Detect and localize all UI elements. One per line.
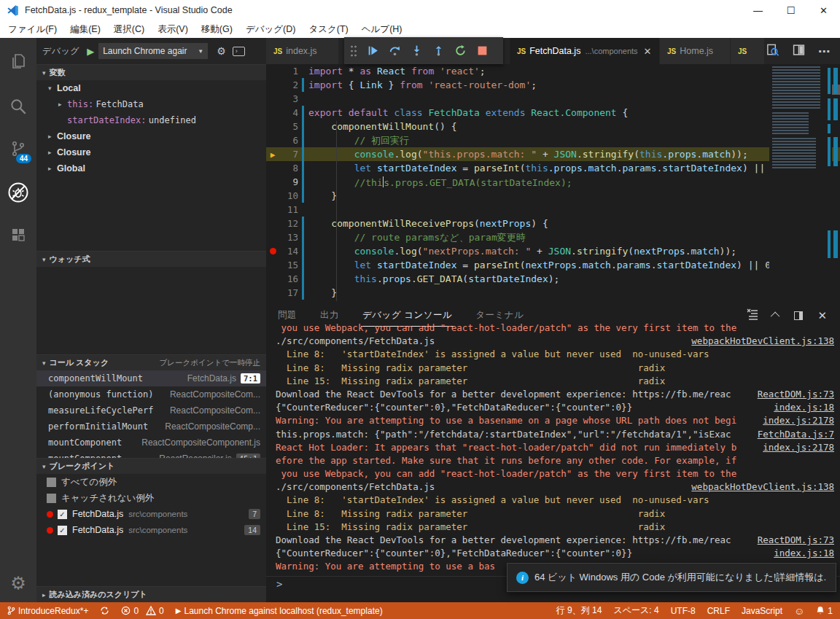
menu-タスク(T)[interactable]: タスク(T) bbox=[302, 21, 354, 38]
code-line-16[interactable]: 16 this.props.GET_DATA(startDateIndex); bbox=[266, 272, 840, 286]
tab-Home.js[interactable]: JSHome.js bbox=[660, 38, 730, 64]
code-line-17[interactable]: 17 } bbox=[266, 286, 840, 300]
scope-Closure[interactable]: ▸Closure bbox=[36, 128, 266, 144]
menu-ファイル(F)[interactable]: ファイル(F) bbox=[1, 21, 63, 38]
clear-console-icon[interactable] bbox=[747, 308, 758, 323]
launch-item[interactable]: ▶ Launch Chrome against localhost (redux… bbox=[176, 606, 383, 616]
scope-Closure[interactable]: ▸Closure bbox=[36, 144, 266, 160]
stack-frame-row[interactable]: mountComponentReactCompositeComponent.js bbox=[36, 435, 266, 451]
stack-frame-row[interactable]: measureLifeCyclePerfReactCompositeCom... bbox=[36, 402, 266, 418]
toolbar-drag-handle[interactable] bbox=[350, 44, 357, 58]
stop-icon[interactable] bbox=[471, 40, 493, 62]
checkbox[interactable] bbox=[47, 478, 56, 487]
step-into-icon[interactable] bbox=[405, 40, 427, 62]
menu-編集(E)[interactable]: 編集(E) bbox=[63, 21, 107, 38]
open-debug-console-icon[interactable]: › bbox=[233, 47, 245, 56]
minimap[interactable] bbox=[769, 64, 832, 303]
close-button[interactable]: ✕ bbox=[807, 0, 840, 20]
variables-section-header[interactable]: ▾ 変数 bbox=[36, 64, 266, 80]
source-link[interactable]: index.js:18 bbox=[774, 548, 840, 558]
source-link[interactable]: index.js:18 bbox=[774, 402, 840, 413]
menu-移動(G)[interactable]: 移動(G) bbox=[195, 21, 239, 38]
split-editor-icon[interactable] bbox=[793, 44, 805, 59]
tab-FetchData.js[interactable]: JSFetchData.js...\components✕ bbox=[510, 38, 659, 64]
indentation-item[interactable]: スペース: 4 bbox=[613, 604, 658, 617]
open-preview-icon[interactable] bbox=[766, 43, 779, 60]
source-link[interactable]: webpackHotDevClient.js:138 bbox=[691, 481, 840, 492]
continue-icon[interactable] bbox=[362, 40, 384, 62]
maximize-button[interactable]: ☐ bbox=[774, 0, 807, 20]
configure-gear-icon[interactable]: ⚙ bbox=[217, 45, 226, 57]
code-line-1[interactable]: 1import * as React from 'react'; bbox=[266, 64, 840, 78]
callstack-section-header[interactable]: ▾ コール スタック ブレークポイントで一時停止 bbox=[36, 354, 266, 370]
exception-breakpoint-row[interactable]: キャッチされない例外 bbox=[36, 490, 266, 506]
minimize-button[interactable]: — bbox=[742, 0, 774, 20]
code-line-10[interactable]: 10 } bbox=[266, 189, 840, 203]
source-link[interactable]: FetchData.js:7 bbox=[758, 429, 840, 440]
stack-frame-row[interactable]: performInitialMountReactCompositeComp... bbox=[36, 418, 266, 435]
watch-section-header[interactable]: ▾ ウォッチ式 bbox=[36, 251, 266, 267]
code-line-15[interactable]: 15 let startDateIndex = parseInt(nextPro… bbox=[266, 258, 840, 272]
close-panel-icon[interactable]: ✕ bbox=[817, 311, 827, 320]
code-line-2[interactable]: 2import { Link } from 'react-router-dom'… bbox=[266, 78, 840, 92]
stack-frame-row[interactable]: (anonymous function)ReactCompositeCom... bbox=[36, 386, 266, 402]
code-line-11[interactable]: 11 bbox=[266, 203, 840, 217]
feedback-smiley-icon[interactable]: ☺ bbox=[794, 605, 804, 617]
variable-row[interactable]: ▸this: FetchData bbox=[36, 96, 266, 112]
code-line-5[interactable]: 5 componentWillMount() { bbox=[266, 120, 840, 133]
code-line-9[interactable]: 9 //this.props.GET_DATA(startDateIndex); bbox=[266, 175, 840, 189]
source-link[interactable]: index.js:2178 bbox=[763, 415, 840, 426]
exception-breakpoint-row[interactable]: すべての例外 bbox=[36, 474, 266, 490]
code-line-8[interactable]: 8 let startDateIndex = parseInt(this.pro… bbox=[266, 161, 840, 175]
menu-ヘルプ(H)[interactable]: ヘルプ(H) bbox=[355, 21, 409, 38]
code-line-3[interactable]: 3 bbox=[266, 92, 840, 106]
step-out-icon[interactable] bbox=[427, 40, 449, 62]
more-actions-icon[interactable]: ⋯ bbox=[818, 44, 830, 58]
checkbox[interactable]: ✓ bbox=[58, 526, 67, 535]
breakpoint-row[interactable]: ✓FetchData.jssrc\components14 bbox=[36, 522, 266, 538]
code-line-13[interactable]: 13 // route paramsなど、param変更時 bbox=[266, 230, 840, 244]
variable-row[interactable]: startDateIndex: undefined bbox=[36, 112, 266, 128]
source-control-icon[interactable]: 44 bbox=[0, 133, 36, 165]
checkbox[interactable]: ✓ bbox=[58, 510, 67, 519]
code-line-7[interactable]: ▶7 console.log("this.props.match: " + JS… bbox=[266, 147, 840, 161]
stack-frame-row[interactable]: mountComponentReactReconciler.js45:1 bbox=[36, 451, 266, 458]
menu-デバッグ(D)[interactable]: デバッグ(D) bbox=[239, 21, 303, 38]
eol-item[interactable]: CRLF bbox=[707, 606, 730, 616]
code-line-12[interactable]: 12 componentWillReceiveProps(nextProps) … bbox=[266, 217, 840, 230]
explorer-icon[interactable] bbox=[0, 45, 36, 77]
tab-index.js[interactable]: JSindex.js bbox=[266, 38, 338, 64]
language-item[interactable]: JavaScript bbox=[742, 606, 782, 616]
encoding-item[interactable]: UTF-8 bbox=[671, 606, 696, 616]
stack-frame-row[interactable]: componentWillMountFetchData.js7:1 bbox=[36, 370, 266, 386]
breakpoint-row[interactable]: ✓FetchData.jssrc\components7 bbox=[36, 506, 266, 522]
settings-gear-icon[interactable]: ⚙ bbox=[0, 575, 36, 592]
source-link[interactable]: webpackHotDevClient.js:138 bbox=[691, 335, 840, 346]
git-branch-item[interactable]: IntroduceRedux*+ bbox=[7, 606, 88, 616]
scope-Local[interactable]: ▾Local bbox=[36, 80, 266, 96]
search-icon[interactable] bbox=[0, 90, 36, 122]
loaded-scripts-section-header[interactable]: ▸ 読み込み済みのスクリプト bbox=[36, 586, 266, 602]
debug-icon[interactable] bbox=[0, 176, 36, 209]
scope-Global[interactable]: ▸Global bbox=[36, 160, 266, 176]
scrollbar[interactable] bbox=[832, 64, 840, 303]
source-link[interactable]: ReactDOM.js:73 bbox=[758, 389, 840, 400]
sync-item[interactable] bbox=[100, 606, 109, 615]
code-line-6[interactable]: 6 // 初回実行 bbox=[266, 133, 840, 147]
step-over-icon[interactable] bbox=[384, 40, 405, 62]
code-line-4[interactable]: 4export default class FetchData extends … bbox=[266, 106, 840, 120]
problems-item[interactable]: 0 0 bbox=[121, 606, 163, 616]
checkbox[interactable] bbox=[47, 494, 56, 503]
menu-選択(C)[interactable]: 選択(C) bbox=[107, 21, 151, 38]
restart-icon[interactable] bbox=[449, 40, 471, 62]
code-line-14[interactable]: 14 console.log("nextProps.match: " + JSO… bbox=[266, 244, 840, 258]
source-link[interactable]: ReactDOM.js:73 bbox=[758, 534, 840, 545]
breakpoints-section-header[interactable]: ▾ ブレークポイント bbox=[36, 458, 266, 474]
notifications-bell-item[interactable]: 1 bbox=[816, 606, 833, 616]
tab-close-icon[interactable]: ✕ bbox=[644, 46, 652, 57]
split-panel-icon[interactable] bbox=[794, 311, 803, 320]
start-debug-icon[interactable]: ▶ bbox=[87, 46, 94, 57]
code-editor[interactable]: 1import * as React from 'react';2import … bbox=[266, 64, 840, 303]
notification-toast[interactable]: i 64 ビット Windows 用の Code が利用可能になりました!詳細情… bbox=[507, 563, 836, 592]
menu-表示(V)[interactable]: 表示(V) bbox=[151, 21, 195, 38]
